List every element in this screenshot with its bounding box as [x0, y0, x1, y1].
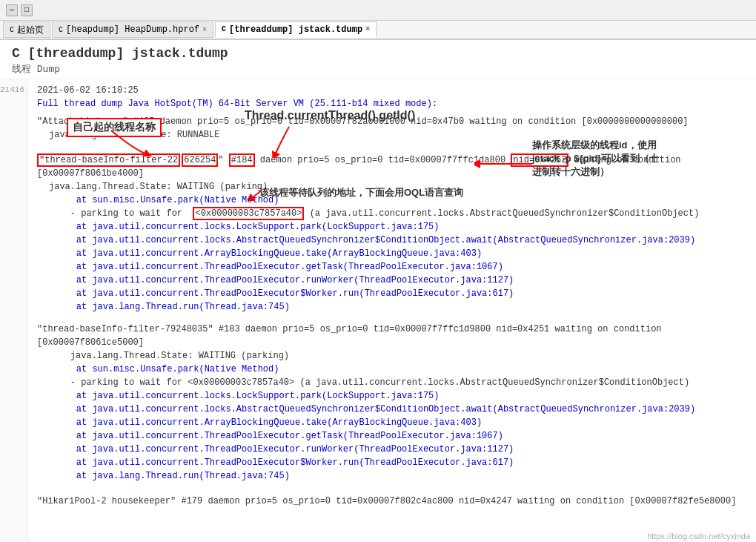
thread2-name-highlight: "thread-baseInfo-filter-22 [37, 153, 180, 167]
thread2-num-highlight: #184 [229, 153, 255, 167]
thread2-stack7: at java.util.concurrent.ThreadPoolExecut… [37, 274, 747, 287]
thread1-name: "Attach Listener" #185 daemon prio=5 os_… [37, 115, 747, 128]
thread2-stack4: at java.util.concurrent.locks.AbstractQu… [37, 234, 747, 247]
annotation-area: "thread-baseInfo-filter-22626254" #184 d… [37, 153, 747, 314]
thread2-stack1: at sun.misc.Unsafe.park(Native Method) [37, 194, 747, 207]
page-subtitle: 线程 Dump [12, 62, 744, 76]
tab-start-icon: C [10, 26, 14, 34]
thread2-stack5: at java.util.concurrent.ArrayBlockingQue… [37, 247, 747, 260]
thread1-block: "Attach Listener" #185 daemon prio=5 os_… [37, 115, 747, 142]
title-bar: — □ [0, 0, 756, 21]
thread3-state: java.lang.Thread.State: WAITING (parking… [37, 349, 747, 363]
timestamp: 2021-06-02 16:10:25 [37, 85, 747, 96]
thread1-state: java.lang.Thread.State: RUNNABLE [37, 128, 747, 142]
full-dump-line: Full thread dump Java HotSpot(TM) 64-Bit… [37, 99, 747, 109]
tab-bar: C 起始页 C [heapdump] HeapDump.hprof × C [t… [0, 21, 756, 40]
thread3-stack3: at java.util.concurrent.locks.LockSuppor… [37, 389, 747, 403]
tab-start-label: 起始页 [17, 24, 44, 36]
tab-threaddump[interactable]: C [threaddump] jstack.tdump × [215, 22, 377, 38]
line-number: 21416 [0, 85, 24, 94]
tab-threaddump-icon: C [222, 25, 226, 33]
main-content: 21416 2021-06-02 16:10:25 Full thread du… [0, 79, 756, 542]
thread3-stack7: at java.util.concurrent.ThreadPoolExecut… [37, 443, 747, 456]
page-header: C [threaddump] jstack.tdump 线程 Dump [0, 40, 756, 79]
thread3-stack5: at java.util.concurrent.ArrayBlockingQue… [37, 416, 747, 429]
thread3-block: "thread-baseInfo-filter-79248035" #183 d… [37, 323, 747, 483]
thread3-stack2: - parking to wait for <0x00000003c7857a4… [37, 376, 747, 389]
thread2-address-highlight: <0x00000003c7857a40> [193, 207, 304, 220]
tab-heapdump-close[interactable]: × [202, 26, 207, 34]
thread2-state: java.lang.Thread.State: WAITING (parking… [37, 180, 747, 194]
thread3-stack6: at java.util.concurrent.ThreadPoolExecut… [37, 429, 747, 443]
thread4-name: "HikariPool-2 housekeeper" #179 daemon p… [37, 495, 747, 508]
watermark: https://blog.csdn.net/cyxinda [647, 532, 750, 541]
thread3-stack1: at sun.misc.Unsafe.park(Native Method) [37, 363, 747, 376]
thread2-stack8: at java.util.concurrent.ThreadPoolExecut… [37, 287, 747, 300]
thread2-nid-highlight: nid=0x4252 [511, 153, 568, 167]
thread2-stack3: at java.util.concurrent.locks.LockSuppor… [37, 220, 747, 234]
thread2-stack9: at java.lang.Thread.run(Thread.java:745) [37, 300, 747, 314]
tab-heapdump-icon: C [59, 26, 63, 34]
tab-start[interactable]: C 起始页 [3, 22, 50, 38]
thread2-area: "thread-baseInfo-filter-22626254" #184 d… [37, 153, 747, 314]
left-sidebar: 21416 [0, 79, 28, 542]
tab-threaddump-close[interactable]: × [365, 25, 370, 33]
thread3-stack8: at java.util.concurrent.ThreadPoolExecut… [37, 456, 747, 469]
thread2-stack6: at java.util.concurrent.ThreadPoolExecut… [37, 260, 747, 274]
restore-btn[interactable]: □ [21, 4, 33, 16]
tab-threaddump-label: [threaddump] jstack.tdump [229, 24, 362, 35]
content-wrapper: 2021-06-02 16:10:25 Full thread dump Jav… [37, 85, 747, 508]
content-area[interactable]: 2021-06-02 16:10:25 Full thread dump Jav… [28, 79, 756, 542]
thread2-id-highlight: 626254 [182, 153, 218, 167]
thread3-stack9: at java.lang.Thread.run(Thread.java:745) [37, 469, 747, 483]
thread3-name: "thread-baseInfo-filter-79248035" #183 d… [37, 323, 747, 349]
minimize-btn[interactable]: — [6, 4, 18, 16]
thread2-name: "thread-baseInfo-filter-22626254" #184 d… [37, 153, 747, 180]
tab-heapdump-label: [heapdump] HeapDump.hprof [66, 24, 199, 35]
tab-heapdump[interactable]: C [heapdump] HeapDump.hprof × [52, 22, 213, 38]
thread3-stack4: at java.util.concurrent.locks.AbstractQu… [37, 403, 747, 416]
thread2-stack2: - parking to wait for <0x00000003c7857a4… [37, 207, 747, 220]
page-title: C [threaddump] jstack.tdump [12, 46, 744, 61]
thread4-block: "HikariPool-2 housekeeper" #179 daemon p… [37, 495, 747, 508]
